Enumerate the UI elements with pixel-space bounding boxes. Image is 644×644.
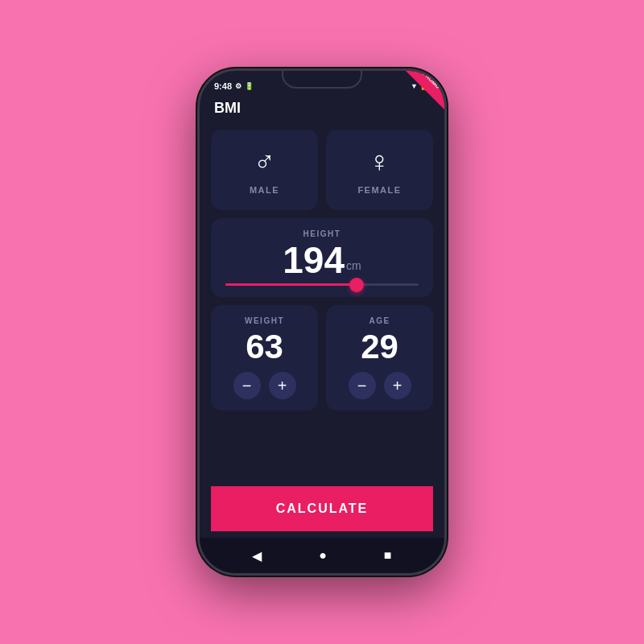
height-label: HEIGHT <box>303 229 341 238</box>
slider-thumb[interactable] <box>349 278 364 292</box>
male-label: MALE <box>250 185 279 195</box>
height-number: 194 <box>283 242 345 279</box>
gender-row: ♂ MALE ♀ FEMALE <box>211 130 433 210</box>
female-label: FEMALE <box>357 185 401 195</box>
battery-icon: 🔋 <box>245 82 254 90</box>
age-plus-button[interactable]: + <box>384 372 411 399</box>
status-left: 9:48 ⚙ 🔋 <box>214 81 254 91</box>
screen: 9:48 ⚙ 🔋 ▼ 📶 BMI ♂ MALE ♀ <box>200 71 444 573</box>
height-card: HEIGHT 194 cm <box>211 218 433 297</box>
slider-fill <box>225 283 357 286</box>
app-title: BMI <box>214 100 241 116</box>
promo-badge-label: PROMO <box>422 71 441 90</box>
calculate-button[interactable]: CALCULATE <box>211 486 433 531</box>
weight-card: WEIGHT 63 − + <box>211 305 318 411</box>
age-controls: − + <box>349 372 411 399</box>
app-titlebar: BMI <box>200 97 444 123</box>
female-card[interactable]: ♀ FEMALE <box>326 130 433 210</box>
height-unit: cm <box>346 259 361 272</box>
age-card: AGE 29 − + <box>326 305 433 411</box>
male-card[interactable]: ♂ MALE <box>211 130 318 210</box>
menu-button[interactable]: ■ <box>384 548 392 563</box>
time-display: 9:48 <box>214 81 232 91</box>
weight-controls: − + <box>233 372 296 399</box>
slider-track <box>225 283 419 286</box>
bottom-nav: ◀ ● ■ <box>200 538 444 573</box>
height-slider-container[interactable] <box>225 283 419 286</box>
wifi-icon: ▼ <box>411 82 418 90</box>
weight-value: 63 <box>246 328 283 365</box>
weight-minus-button[interactable]: − <box>233 372 261 399</box>
home-button[interactable]: ● <box>319 548 327 563</box>
male-icon: ♂ <box>254 145 275 179</box>
age-value: 29 <box>361 328 398 365</box>
female-icon: ♀ <box>369 145 390 179</box>
phone-frame: PROMO 9:48 ⚙ 🔋 ▼ 📶 BMI ♂ MALE <box>197 68 447 576</box>
height-value-display: 194 cm <box>283 242 361 279</box>
age-label: AGE <box>369 316 390 325</box>
age-minus-button[interactable]: − <box>349 372 376 399</box>
stats-row: WEIGHT 63 − + AGE 29 − + <box>211 305 433 411</box>
main-content: ♂ MALE ♀ FEMALE HEIGHT 194 cm <box>200 123 444 538</box>
phone-notch <box>282 71 362 89</box>
weight-plus-button[interactable]: + <box>269 372 296 399</box>
settings-icon: ⚙ <box>235 82 242 90</box>
back-button[interactable]: ◀ <box>252 548 262 564</box>
weight-label: WEIGHT <box>245 316 284 325</box>
